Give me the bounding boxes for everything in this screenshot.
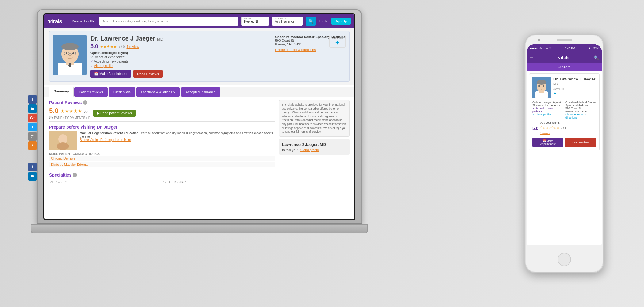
email-button[interactable]: @ [28,132,37,141]
phone-menu-icon[interactable]: ☰ [530,55,534,60]
phone-search-icon[interactable]: 🔍 [594,55,599,60]
phone-doctor-name-section: Dr. Lawrence J Jaeger MD AWARDS ✦ [553,77,596,98]
stars: ★★★★★ [100,45,117,49]
phone-screen: ●●●●○ Verizon ▼ 8:40 PM ★ ℹ 51% ☰ vitals… [527,44,602,245]
rating-fraction: 7 / 5 [119,45,125,48]
arrow-icon: ▶ [97,111,100,115]
laptop-bezel: vitals ☰ Browse Health NEAR Keene, NH [43,13,355,220]
disclaimer-box: The Vitals website is provided for your … [279,100,350,137]
article-image [49,131,77,150]
signup-button[interactable]: Sign Up [331,18,351,25]
phone-make-appointment-button[interactable]: 📅 Make Appointment [532,138,563,147]
svg-point-13 [57,142,69,150]
profile-info: Dr. Lawrence J Jaeger MD 5.0 ★★★★★ 7 / 5… [90,35,271,78]
phone-status-bar: ●●●●○ Verizon ▼ 8:40 PM ★ ℹ 51% [527,44,602,52]
phone-doctor-card: Dr. Lawrence J Jaeger MD AWARDS ✦ Ophtha… [529,73,600,150]
review-count-link[interactable]: 1 review [127,45,139,49]
facebook-button-2[interactable]: f [28,163,37,171]
scene: vitals ☰ Browse Health NEAR Keene, NH [0,0,644,307]
menu-icon: ☰ [67,19,70,23]
reviews-stars: ★★★★★ [60,108,82,114]
near-value: Keene, NH [244,20,266,23]
near-label: NEAR [244,17,266,20]
phone-rating-section: 5.0 Add your rating: ☆☆☆☆☆☆☆ 7 / 5 1 rev… [532,119,596,135]
linkedin-button[interactable]: in [28,104,37,113]
phone-rating-num: 5.0 [532,126,538,131]
phone-share-bar[interactable]: ↩ Share [527,63,602,71]
reviews-rating: 5.0 [49,107,59,115]
reviews-rating-row: 5.0 ★★★★★ (6) 💬 PATIENT COMMENTS (1) [49,107,275,119]
near-selector[interactable]: NEAR Keene, NH [241,17,269,26]
phone-review-link[interactable]: 1 review [540,132,550,135]
article-link[interactable]: Before Visiting Dr. Jaeger Learn More [80,138,131,142]
doctor-accepting: ✓ Accepting new patients [90,60,271,63]
doctor-specialty: Ophthalmologist (eyes) [90,51,271,55]
social-sidebar: f in G+ t @ + [28,95,37,150]
facebook-button[interactable]: f [28,95,37,104]
twitter-button[interactable]: t [28,123,37,131]
svg-point-19 [539,85,540,87]
phone-nav-bar: ☰ vitals 🔍 [527,52,602,63]
make-appointment-button[interactable]: 📅 Make Appointment [90,70,131,78]
phone-doctor-name: Dr. Lawrence J Jaeger MD [553,77,596,86]
doctor-avatar-svg [53,35,87,75]
read-reviews-button[interactable]: Read Reviews [133,70,163,78]
carrier-label: ●●●●○ Verizon ▼ [530,47,551,50]
search-bar [99,17,239,26]
tab-patient-reviews[interactable]: Patient Reviews [74,87,108,97]
login-button[interactable]: Log In [319,19,328,23]
vitals-logo: vitals [48,17,62,25]
reviews-count: (6) [84,109,88,113]
linkedin-button-2[interactable]: in [28,172,37,181]
mobile-phone: ●●●●○ Verizon ▼ 8:40 PM ★ ℹ 51% ☰ vitals… [524,34,604,273]
phone-left-details: Ophthalmologist (eyes) 29 years of exper… [532,101,563,119]
awards-icon: ✦ [335,39,340,46]
accepts-value: Any Insurance [275,20,300,23]
phone-video-link[interactable]: ✓ Video profile [532,113,551,116]
phone-home-button[interactable] [558,253,571,266]
browse-health-button[interactable]: ☰ Browse Health [65,18,96,25]
phone-status-icons: ★ ℹ 51% [588,47,599,50]
claim-question: Is this you? Claim profile [282,148,347,152]
video-profile-link[interactable]: Video profile [94,64,113,68]
article-row: Macular Degeneration Patient Education L… [49,131,275,150]
phone-read-reviews-button[interactable]: Read Reviews [565,138,596,147]
phone-awards-icon: AWARDS ✦ [553,86,596,96]
tab-credentials[interactable]: Credentials [109,87,135,97]
tab-locations[interactable]: Locations & Availability [136,87,180,97]
svg-point-18 [537,80,546,85]
video-profile-row: ✓ Video profile [90,64,271,68]
phone-calendar-icon: 📅 [542,139,547,142]
phone-vitals-logo: vitals [558,55,569,60]
read-patient-reviews-button[interactable]: ▶ Read patient reviews [93,110,136,117]
phone-rating-fraction: 7 / 5 [561,126,566,129]
awards-badge: AWARDS ✦ [329,35,346,48]
rating-number: 5.0 [90,43,98,50]
svg-point-7 [72,52,74,54]
share-label: Share [562,65,570,69]
accepts-selector[interactable]: ACCEPTS Any Insurance [272,17,303,26]
awards-label: AWARDS [332,37,343,39]
profile-actions: 📅 Make Appointment Read Reviews [90,70,271,78]
svg-point-5 [61,43,79,50]
doctor-experience: 29 years of experience [90,55,271,59]
phone-number-link[interactable]: Phone number & directions [565,113,586,119]
specialties-table-header: SPECIALTY CERTIFICATION [49,179,275,185]
tab-summary[interactable]: Summary [49,87,74,97]
search-button[interactable]: 🔍 [306,17,316,26]
claim-box: Lawrence J Jaeger, MD Is this you? Claim… [279,139,350,155]
guide-link-1[interactable]: Chronic Dry Eye [49,156,275,161]
phone-speaker [557,39,572,41]
phone-link[interactable]: Phone number & directions [275,48,346,52]
check-icon: ✓ [90,60,93,63]
plus-button[interactable]: + [28,141,37,150]
claim-link[interactable]: Claim profile [300,148,319,152]
share-icon: ↩ [558,65,561,69]
googleplus-button[interactable]: G+ [28,114,37,122]
tab-insurance[interactable]: Accepted Insurance [181,87,220,97]
search-input[interactable] [102,19,236,23]
more-guides-label: MORE PATIENT GUIDES & TOPICS [49,152,275,156]
phone-award-star: ✦ [553,91,557,96]
guide-link-2[interactable]: Diabetic Macular Edema [49,162,275,167]
guide-links-list: Chronic Dry Eye Diabetic Macular Edema [49,156,275,167]
